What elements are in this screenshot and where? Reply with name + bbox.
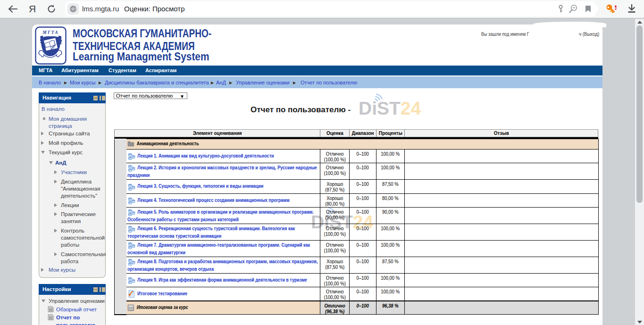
- svg-text:МГТА: МГТА: [42, 30, 59, 35]
